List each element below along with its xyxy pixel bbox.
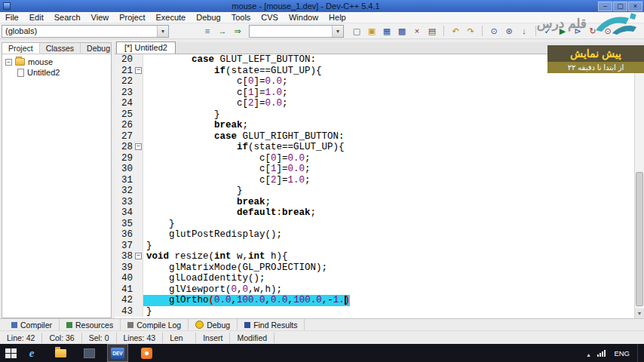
language-indicator[interactable]: ENG: [614, 349, 630, 357]
code-line-30[interactable]: 30 c[1]=0.0;: [115, 164, 644, 175]
code-editor[interactable]: 20 case GLUT_LEFT_BUTTON:21− if(state==G…: [115, 54, 644, 318]
report-tab-debug[interactable]: Debug: [189, 319, 238, 330]
code-line-28[interactable]: 28− if(state==GLUT_UP){: [115, 142, 644, 153]
code-line-34[interactable]: 34 default:break;: [115, 207, 644, 219]
code-line-36[interactable]: 36 glutPostRedisplay();: [115, 229, 644, 241]
members-combo[interactable]: [249, 25, 344, 38]
class-browser-icon[interactable]: ≡: [201, 25, 214, 37]
redo-icon[interactable]: ↷: [464, 25, 477, 37]
fold-toggle-icon[interactable]: −: [135, 67, 142, 74]
taskbar-devcpp-button[interactable]: DEV: [107, 344, 128, 362]
code-line-40[interactable]: 40 glLoadIdentity();: [115, 273, 644, 284]
code-line-33[interactable]: 33 break;: [115, 197, 644, 208]
menu-window[interactable]: Window: [284, 13, 324, 22]
replace-icon[interactable]: ⊛: [502, 25, 516, 37]
menu-cvs[interactable]: CVS: [256, 13, 284, 22]
code-text: break;: [143, 120, 248, 131]
line-number: 29: [115, 153, 143, 164]
print-icon[interactable]: ▤: [425, 25, 439, 37]
code-text: glViewport(0,0,w,h);: [143, 284, 282, 296]
code-line-35[interactable]: 35 }: [115, 219, 644, 230]
undo-icon[interactable]: ↶: [449, 25, 462, 37]
tree-expander-icon[interactable]: −: [5, 59, 12, 66]
goto-line-icon[interactable]: ↓: [517, 25, 531, 37]
new-file-icon[interactable]: ▢: [350, 25, 363, 37]
editor-tab-untitled2[interactable]: [*] Untitled2: [116, 41, 176, 54]
code-line-27[interactable]: 27 case GLUT_RIGHT_BUTTON:: [115, 131, 644, 143]
left-tab-debug[interactable]: Debug: [81, 43, 117, 54]
preview-title: پیش نمایش: [547, 45, 644, 62]
close-file-icon[interactable]: ×: [410, 25, 424, 37]
menu-view[interactable]: View: [86, 13, 115, 22]
editor-vscrollbar[interactable]: ▲ ▼: [634, 54, 644, 318]
scroll-down-icon[interactable]: ▼: [635, 308, 644, 318]
tree-item-label: Untitled2: [27, 68, 60, 77]
network-icon[interactable]: [597, 349, 606, 357]
save-all-icon[interactable]: ▩: [395, 25, 409, 37]
code-line-43[interactable]: 43}: [115, 306, 644, 318]
save-icon[interactable]: ▦: [380, 25, 394, 37]
close-button[interactable]: ×: [628, 2, 642, 11]
taskbar-app-button[interactable]: [78, 344, 100, 362]
code-line-41[interactable]: 41 glViewport(0,0,w,h);: [115, 284, 644, 296]
taskbar-explorer-button[interactable]: [50, 344, 71, 362]
statusbar: Line: 42Col: 36Sel: 0Lines: 43LenInsertM…: [0, 330, 644, 344]
code-line-42[interactable]: 42 glOrtho(0.0,100.0,0.0,100.0,-1.): [115, 295, 644, 306]
toolbar-separator: [482, 26, 483, 36]
show-desktop-button[interactable]: [637, 344, 641, 362]
menu-execute[interactable]: Execute: [150, 13, 191, 22]
report-tab-label: Compiler: [20, 321, 52, 330]
report-tab-resources[interactable]: Resources: [60, 319, 121, 330]
fold-toggle-icon[interactable]: −: [135, 253, 142, 259]
menu-project[interactable]: Project: [114, 13, 150, 22]
taskbar-ie-button[interactable]: e: [21, 344, 42, 362]
menu-file[interactable]: File: [0, 13, 24, 22]
report-tab-find-results[interactable]: Find Results: [238, 319, 305, 330]
tree-item-untitled2[interactable]: Untitled2: [2, 67, 111, 78]
report-tab-compile-log[interactable]: Compile Log: [121, 319, 189, 330]
code-text: c[2]=0.0;: [143, 98, 288, 109]
preview-watermark: پیش نمایش از ابتدا تا دقیقه ۲۲: [547, 45, 644, 73]
code-line-24[interactable]: 24 c[2]=0.0;: [115, 98, 644, 109]
code-line-31[interactable]: 31 c[2]=1.0;: [115, 175, 644, 186]
ie-icon: e: [29, 347, 35, 360]
hidden-icons-chevron[interactable]: [587, 346, 590, 360]
minimize-button[interactable]: –: [598, 2, 612, 11]
menu-help[interactable]: Help: [324, 13, 351, 22]
code-line-39[interactable]: 39 glMatrixMode(GL_PROJECTION);: [115, 262, 644, 274]
goto-definition-icon[interactable]: ⇒: [231, 25, 244, 37]
menu-search[interactable]: Search: [49, 13, 86, 22]
menu-tools[interactable]: Tools: [226, 13, 256, 22]
find-icon[interactable]: ⊙: [487, 25, 501, 37]
fold-toggle-icon[interactable]: −: [135, 143, 142, 150]
tree-item-mouse[interactable]: −mouse: [2, 57, 111, 67]
maximize-button[interactable]: ▢: [613, 2, 627, 11]
code-text: c[0]=0.0;: [143, 76, 288, 87]
menu-edit[interactable]: Edit: [24, 13, 49, 22]
left-tab-classes[interactable]: Classes: [40, 43, 81, 54]
scrollbar-thumb[interactable]: [636, 172, 643, 306]
start-button[interactable]: [0, 344, 21, 362]
devcpp-app-icon: [3, 2, 11, 10]
goto-declaration-icon[interactable]: →: [216, 25, 229, 37]
combo-dropdown-icon[interactable]: [332, 26, 343, 37]
taskbar: e DEV ENG: [0, 344, 644, 362]
open-icon[interactable]: ▣: [365, 25, 379, 37]
code-line-22[interactable]: 22 c[0]=0.0;: [115, 76, 644, 87]
folder-icon: [15, 58, 25, 66]
code-line-23[interactable]: 23 c[1]=1.0;: [115, 87, 644, 99]
line-number: 21−: [115, 66, 143, 77]
code-line-25[interactable]: 25 }: [115, 109, 644, 121]
code-text: glLoadIdentity();: [143, 273, 265, 284]
code-line-29[interactable]: 29 c[0]=0.0;: [115, 153, 644, 164]
globals-combo[interactable]: (globals): [2, 25, 169, 38]
code-line-37[interactable]: 37}: [115, 241, 644, 252]
code-line-32[interactable]: 32 }: [115, 186, 644, 197]
combo-dropdown-icon[interactable]: [157, 26, 168, 37]
menu-debug[interactable]: Debug: [191, 13, 225, 22]
code-line-26[interactable]: 26 break;: [115, 120, 644, 131]
taskbar-orange-app-button[interactable]: [136, 344, 157, 362]
report-tab-compiler[interactable]: Compiler: [5, 319, 60, 330]
left-tab-project[interactable]: Project: [2, 43, 40, 54]
code-line-38[interactable]: 38−void resize(int w,int h){: [115, 251, 644, 262]
